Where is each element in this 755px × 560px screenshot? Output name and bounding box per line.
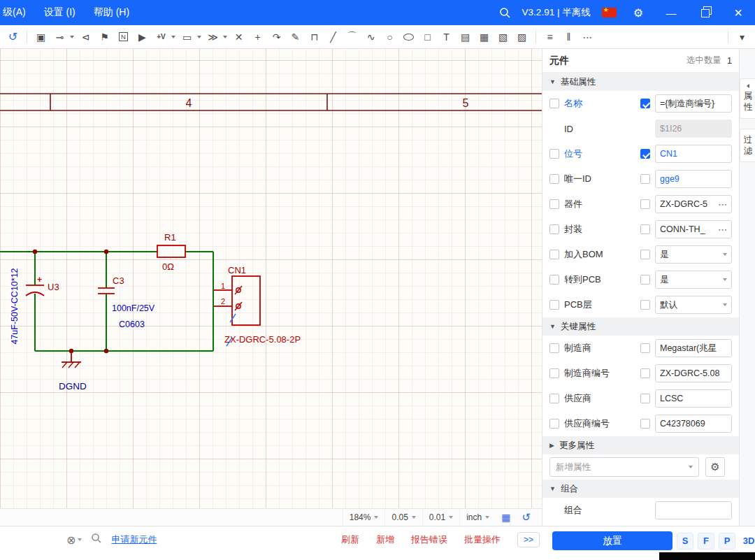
chevron-down-icon[interactable] (223, 36, 227, 38)
china-flag-icon[interactable]: ★ (602, 8, 617, 17)
arc-tool-icon[interactable]: ⌒ (343, 28, 361, 46)
rotate-icon[interactable]: ↷ (268, 28, 285, 46)
manufacturer-input[interactable] (655, 339, 732, 357)
undo-icon[interactable]: ↺ (516, 511, 536, 524)
attr-checkbox[interactable] (549, 394, 559, 403)
ellipsis-icon[interactable]: ⋯ (718, 225, 727, 234)
circle-tool-icon[interactable]: ○ (381, 28, 398, 46)
spn-input[interactable] (655, 415, 732, 433)
close-button[interactable]: × (721, 0, 755, 25)
layer-select[interactable]: 默认 (655, 296, 732, 314)
align-middle-icon[interactable]: ‖ (560, 28, 577, 46)
attr-checkbox[interactable] (549, 199, 559, 209)
device-field[interactable]: ZX-DGRC-5 ⋯ (655, 195, 732, 213)
attribute-settings-button[interactable]: ⚙ (705, 457, 725, 477)
mpn-input[interactable] (655, 364, 732, 382)
display-checkbox[interactable] (640, 174, 650, 184)
table-tool-icon[interactable]: ▦ (475, 28, 493, 46)
add-new-button[interactable]: 新增 (376, 533, 394, 546)
ellipsis-icon[interactable]: ⋯ (718, 200, 727, 209)
attr-checkbox[interactable] (549, 419, 559, 429)
gear-icon[interactable]: ⚙ (633, 6, 643, 20)
3d-view-button[interactable]: 3D (740, 533, 755, 550)
place-pin-icon[interactable]: ⊸ (51, 28, 69, 46)
menu-advanced[interactable]: 级(A) (0, 0, 35, 25)
section-key-properties[interactable]: ▼ 关键属性 (542, 317, 739, 336)
search-icon[interactable] (91, 533, 102, 547)
minimize-button[interactable]: — (654, 0, 688, 25)
display-checkbox[interactable] (640, 275, 650, 285)
unit-dropdown[interactable]: inch (459, 509, 496, 526)
more-actions-button[interactable]: >> (517, 532, 540, 547)
place-button[interactable]: 放置 (552, 531, 673, 550)
filter-dropdown[interactable]: ⊗ (66, 533, 82, 547)
net-flag-icon[interactable]: N (115, 28, 132, 46)
probe-icon[interactable]: ▶ (134, 28, 151, 46)
footprint-field[interactable]: CONN-TH_ ⋯ (655, 220, 732, 238)
attr-checkbox[interactable] (549, 250, 559, 259)
undo-icon[interactable]: ↺ (4, 28, 22, 46)
display-checkbox[interactable] (640, 250, 650, 259)
ellipse-tool-icon[interactable] (400, 28, 417, 46)
line-tool-icon[interactable]: ╱ (324, 28, 342, 46)
attr-checkbox[interactable] (549, 224, 559, 234)
attr-checkbox[interactable] (549, 300, 559, 310)
distribute-icon[interactable]: ⋯ (579, 28, 596, 46)
request-new-part-link[interactable]: 申请新元件 (111, 533, 157, 546)
component-cn1-selected[interactable]: 1 2 CN1 ZX-DGRC-5.08-2P (214, 265, 301, 346)
search-icon[interactable] (499, 7, 511, 19)
chevron-down-icon[interactable] (70, 36, 74, 38)
refresh-button[interactable]: 刷新 (341, 533, 359, 546)
pcb-view-button[interactable]: P (719, 533, 735, 550)
bom-select[interactable]: 是 (655, 245, 732, 264)
zoom-dropdown[interactable]: 184% (343, 509, 385, 526)
name-input[interactable] (655, 94, 732, 113)
power-flag-icon[interactable]: +V (152, 28, 170, 46)
place-component-icon[interactable]: ▣ (32, 28, 50, 46)
display-checkbox[interactable] (640, 99, 650, 108)
grid-toggle-icon[interactable]: ▦ (496, 512, 516, 523)
sheet-wizard-icon[interactable]: ▨ (513, 28, 531, 46)
attr-checkbox[interactable] (549, 174, 559, 184)
display-checkbox[interactable] (640, 224, 650, 234)
net-port-icon[interactable]: ⊲ (77, 28, 94, 46)
frame-flag-icon[interactable]: ⊓ (305, 28, 323, 46)
text-tool-icon[interactable]: T (438, 28, 455, 46)
unique-id-input[interactable] (655, 170, 732, 188)
attr-checkbox[interactable] (549, 368, 559, 378)
chevron-down-icon[interactable] (171, 36, 175, 38)
pcb-select[interactable]: 是 (655, 271, 732, 289)
no-connect-icon[interactable]: ✕ (230, 28, 247, 46)
chevron-down-icon[interactable] (197, 36, 201, 38)
version-label[interactable]: V3.2.91 | 半离线 (522, 6, 591, 19)
rect-tool-icon[interactable]: □ (419, 28, 436, 46)
display-checkbox[interactable] (640, 199, 650, 209)
schematic-canvas[interactable]: 4 5 (0, 49, 542, 526)
net-flag-dgnd[interactable]: DGND (59, 351, 87, 392)
batch-operation-button[interactable]: 批量操作 (464, 533, 501, 546)
display-checkbox[interactable] (640, 419, 650, 429)
section-basic-properties[interactable]: ▼ 基础属性 (542, 73, 739, 91)
symbol-lib-icon[interactable]: ▧ (494, 28, 512, 46)
menu-settings[interactable]: 设置 (I) (35, 0, 85, 25)
bus-icon[interactable]: ≫ (204, 28, 222, 46)
attr-checkbox[interactable] (549, 275, 559, 285)
supplier-input[interactable] (655, 389, 732, 408)
align-left-icon[interactable]: ≡ (541, 28, 559, 46)
footprint-view-button[interactable]: F (698, 533, 714, 550)
place-symbol-icon[interactable]: ▭ (178, 28, 196, 46)
section-group[interactable]: ▼ 组合 (542, 480, 739, 498)
add-attribute-select[interactable]: 新增属性 (549, 457, 699, 477)
schematic-view-button[interactable]: S (677, 533, 693, 550)
net-label-icon[interactable]: ⚑ (96, 28, 113, 46)
display-checkbox[interactable] (640, 343, 650, 353)
snap-size-dropdown[interactable]: 0.01 (422, 509, 459, 526)
display-checkbox[interactable] (640, 394, 650, 403)
component-r1[interactable]: R1 0Ω (157, 232, 185, 272)
section-more-properties[interactable]: ▶ 更多属性 (542, 436, 739, 454)
group-input[interactable] (655, 501, 732, 519)
attr-checkbox[interactable] (549, 99, 559, 108)
draw-wire-icon[interactable]: ✎ (287, 28, 304, 46)
display-checkbox[interactable] (640, 300, 650, 310)
attr-checkbox[interactable] (549, 343, 559, 353)
